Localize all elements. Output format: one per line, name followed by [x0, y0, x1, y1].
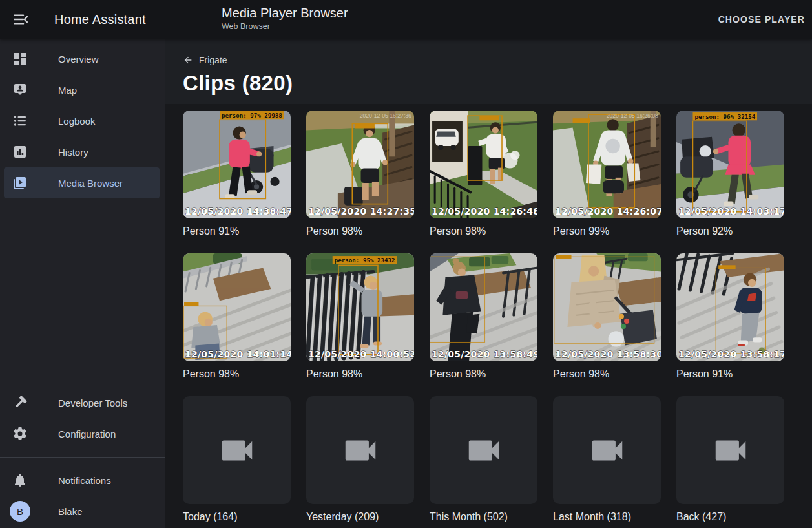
clip-label: Person 91%	[183, 224, 291, 238]
clips-grid: person: 97% 2998812/05/2020 14:38:47 Per…	[165, 104, 800, 381]
clip-label: Person 98%	[306, 367, 414, 381]
media-browser-header: Media Player Browser Web Browser	[222, 6, 348, 31]
sidebar-item-label: Logbook	[58, 116, 96, 127]
sidebar-item-developer-tools[interactable]: Developer Tools	[0, 387, 165, 418]
app-title: Home Assistant	[54, 12, 146, 27]
sidebar-item-label: Overview	[58, 54, 99, 65]
folder-card[interactable]: Back (427)	[676, 396, 784, 523]
sidebar-item-user-profile[interactable]: B Blake	[0, 496, 165, 527]
back-arrow-icon	[183, 55, 193, 65]
clip-thumbnail[interactable]: person: 95% 2343212/05/2020 14:00:52	[306, 253, 414, 361]
video-camera-icon	[587, 430, 627, 470]
sidebar-item-label: Media Browser	[58, 178, 123, 189]
clip-timestamp-overlay: 12/05/2020 13:58:49	[432, 349, 537, 359]
folder-card[interactable]: Yesterday (209)	[306, 396, 414, 523]
clip-card[interactable]: person: 97% 2998812/05/2020 14:38:47 Per…	[183, 111, 291, 238]
menu-open-icon	[12, 10, 30, 28]
camera-timestamp-overlay: 2020-12-05 16:26:08	[607, 112, 658, 119]
clip-card[interactable]: 12/05/2020 14:26:48 Person 98%	[430, 111, 537, 238]
detection-box-label: person: 95% 23432	[335, 257, 395, 264]
folder-label: Last Month (318)	[553, 510, 661, 523]
detection-box-label: person: 97% 29988	[222, 112, 282, 119]
page-title: Clips (820)	[183, 71, 812, 96]
clip-label: Person 91%	[676, 367, 784, 381]
clip-timestamp-overlay: 12/05/2020 14:00:52	[308, 349, 414, 359]
clip-thumbnail[interactable]: 2020-12-05 16:27:3612/05/2020 14:27:35	[306, 111, 414, 218]
clip-thumbnail[interactable]: 2020-12-05 16:26:0812/05/2020 14:26:07	[553, 111, 661, 218]
clip-label: Person 98%	[553, 367, 661, 381]
user-name: Blake	[58, 506, 83, 517]
folder-card[interactable]: Today (164)	[183, 396, 291, 523]
sidebar-item-map[interactable]: Map	[0, 74, 165, 105]
clip-label: Person 98%	[430, 367, 537, 381]
folder-label: This Month (502)	[430, 510, 537, 523]
clip-thumbnail[interactable]: person: 96% 3215412/05/2020 14:03:17	[676, 111, 784, 218]
web-browser-subtitle: Web Browser	[222, 22, 348, 31]
sidebar-item-logbook[interactable]: Logbook	[0, 105, 165, 136]
map-person-icon	[12, 82, 28, 98]
gear-icon	[12, 426, 28, 441]
sidebar-item-label: Notifications	[58, 475, 111, 486]
sidebar-item-label: Map	[58, 85, 77, 96]
clip-label: Person 98%	[183, 367, 291, 381]
camera-timestamp-overlay: 2020-12-05 16:27:36	[360, 112, 411, 119]
clip-card[interactable]: 12/05/2020 14:01:14 Person 98%	[183, 253, 291, 381]
app-header: Home Assistant Media Player Browser Web …	[0, 0, 812, 39]
clip-label: Person 92%	[676, 224, 784, 238]
video-camera-icon	[464, 430, 504, 470]
history-chart-icon	[12, 144, 28, 160]
folder-tile[interactable]	[306, 396, 414, 504]
media-browser-content: Frigate Clips (820) person: 97% 2998812/…	[165, 39, 812, 528]
clip-thumbnail[interactable]: person: 97% 2998812/05/2020 14:38:47	[183, 111, 291, 218]
sidebar-item-history[interactable]: History	[0, 136, 165, 167]
clip-card[interactable]: person: 95% 2343212/05/2020 14:00:52 Per…	[306, 253, 414, 381]
sidebar-divider	[0, 457, 165, 458]
clip-thumbnail[interactable]: 12/05/2020 13:58:17	[676, 253, 784, 361]
clip-timestamp-overlay: 12/05/2020 14:27:35	[308, 206, 414, 216]
sidebar: Overview Map Logbook	[0, 39, 165, 528]
clip-timestamp-overlay: 12/05/2020 14:26:48	[432, 206, 537, 216]
sidebar-item-label: Configuration	[58, 428, 116, 439]
folder-label: Today (164)	[183, 510, 291, 523]
clip-thumbnail[interactable]: 12/05/2020 13:58:49	[430, 253, 537, 361]
detection-box-label: person: 96% 32154	[695, 113, 756, 120]
folder-card[interactable]: This Month (502)	[430, 396, 537, 523]
folder-tile[interactable]	[183, 396, 291, 504]
sidebar-toggle-button[interactable]	[12, 10, 30, 28]
folders-grid: Today (164) Yesterday (209) This Month (…	[165, 381, 800, 523]
clip-thumbnail[interactable]: 12/05/2020 13:58:30	[553, 253, 661, 361]
clip-timestamp-overlay: 12/05/2020 13:58:30	[555, 349, 661, 359]
clip-card[interactable]: 2020-12-05 16:27:3612/05/2020 14:27:35 P…	[306, 111, 414, 238]
clip-timestamp-overlay: 12/05/2020 14:03:17	[678, 206, 784, 216]
clip-label: Person 98%	[306, 224, 414, 238]
clip-thumbnail[interactable]: 12/05/2020 14:01:14	[183, 253, 291, 361]
clip-label: Person 99%	[553, 224, 661, 238]
sidebar-item-overview[interactable]: Overview	[0, 43, 165, 74]
clip-timestamp-overlay: 12/05/2020 14:26:07	[555, 206, 661, 216]
breadcrumb-back[interactable]: Frigate	[183, 55, 227, 65]
clip-card[interactable]: 12/05/2020 13:58:30 Person 98%	[553, 253, 661, 381]
folder-tile[interactable]	[430, 396, 537, 504]
clip-timestamp-overlay: 12/05/2020 14:38:47	[185, 206, 291, 216]
clip-card[interactable]: 12/05/2020 13:58:49 Person 98%	[430, 253, 537, 381]
user-avatar: B	[10, 501, 30, 522]
hammer-icon	[12, 395, 28, 410]
folder-tile[interactable]	[676, 396, 784, 504]
choose-player-button[interactable]: CHOOSE PLAYER	[718, 0, 805, 39]
sidebar-item-label: Developer Tools	[58, 397, 127, 408]
sidebar-item-notifications[interactable]: Notifications	[0, 465, 165, 496]
clip-thumbnail[interactable]: 12/05/2020 14:26:48	[430, 111, 537, 218]
clip-timestamp-overlay: 12/05/2020 13:58:17	[678, 349, 784, 359]
clip-card[interactable]: 2020-12-05 16:26:0812/05/2020 14:26:07 P…	[553, 111, 661, 238]
folder-tile[interactable]	[553, 396, 661, 504]
clip-card[interactable]: person: 96% 3215412/05/2020 14:03:17 Per…	[676, 111, 784, 238]
clip-card[interactable]: 12/05/2020 13:58:17 Person 91%	[676, 253, 784, 381]
bell-icon	[12, 472, 28, 488]
folder-label: Yesterday (209)	[306, 510, 414, 523]
media-browser-header-bar: Frigate Clips (820)	[165, 39, 812, 104]
sidebar-item-media-browser[interactable]: Media Browser	[4, 167, 160, 198]
sidebar-item-configuration[interactable]: Configuration	[0, 418, 165, 449]
folder-label: Back (427)	[676, 510, 784, 523]
media-browser-icon	[12, 175, 28, 191]
folder-card[interactable]: Last Month (318)	[553, 396, 661, 523]
